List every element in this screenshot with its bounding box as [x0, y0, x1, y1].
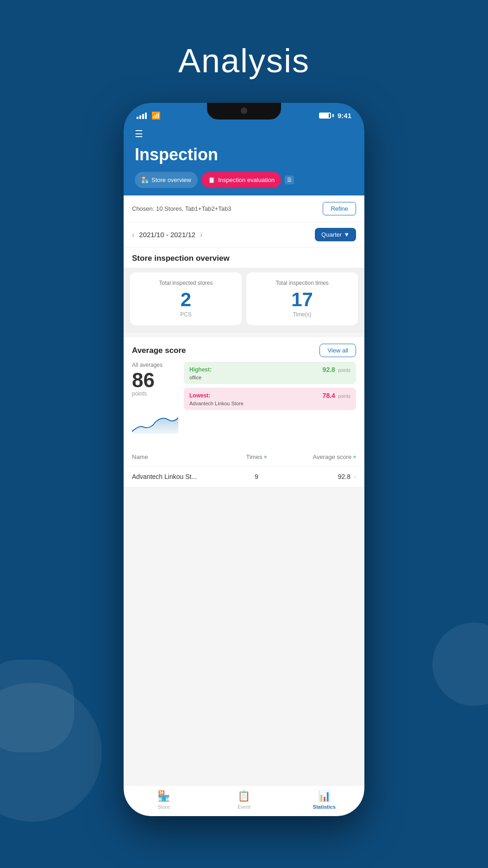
lowest-label: Lowest: — [189, 392, 210, 399]
col-header-name: Name — [132, 453, 231, 460]
nav-statistics-label: Statistics — [313, 804, 336, 810]
nav-store-label: Store — [158, 804, 170, 810]
tab-inspection-evaluation[interactable]: 📋 Inspection evaluation — [201, 172, 281, 188]
table-row[interactable]: Advantech Linkou St... 9 92.8 › — [124, 466, 364, 487]
row-store-name: Advantech Linkou St... — [132, 473, 231, 480]
stat-times-value: 17 — [291, 290, 313, 309]
phone-frame: 📶 9:41 ☰ Inspection 🏪 Store overv — [124, 103, 364, 816]
phone-notch — [207, 103, 281, 120]
row-score: 92.8 › — [282, 473, 356, 480]
signal-icon — [137, 113, 147, 119]
row-times: 9 — [231, 473, 282, 480]
refine-button[interactable]: Refine — [323, 202, 356, 215]
avg-left: All averages 86 points — [132, 362, 178, 436]
camera — [241, 107, 247, 114]
view-all-button[interactable]: View all — [319, 344, 356, 357]
stats-container: Total inspected stores 2 PCS Total inspe… — [124, 268, 364, 333]
highest-label: Highest: — [189, 366, 212, 373]
date-bar: ‹ 2021/10 - 2021/12 › Quarter ▼ — [124, 222, 364, 247]
lowest-store-name: Advantech Linkou Store — [189, 401, 350, 406]
lowest-score: 78.4 — [323, 392, 335, 399]
date-prev-arrow[interactable]: ‹ — [132, 231, 134, 239]
tab-inspection-evaluation-label: Inspection evaluation — [218, 176, 275, 183]
bottom-nav: 🏪 Store 📋 Event 📊 Statistics — [124, 785, 364, 816]
statistics-nav-icon: 📊 — [318, 790, 331, 802]
store-nav-icon: 🏪 — [157, 790, 170, 802]
event-nav-icon: 📋 — [238, 790, 250, 802]
content-area: Chosen: 10 Stores, Tab1+Tab2+Tab3 Refine… — [124, 195, 364, 785]
quarter-label: Quarter — [321, 231, 342, 238]
date-next-arrow[interactable]: › — [200, 231, 202, 239]
highest-points-label: points — [338, 368, 350, 373]
list-icon: ☰ — [287, 177, 292, 183]
scores-table: Name Times ≡ Average score ≡ Advantech L… — [124, 448, 364, 487]
bg-decoration-2 — [0, 660, 74, 752]
stat-card-stores: Total inspected stores 2 PCS — [130, 272, 242, 325]
date-nav: ‹ 2021/10 - 2021/12 › — [132, 231, 202, 239]
page-title: Analysis — [178, 42, 310, 80]
battery-icon — [319, 113, 334, 119]
avg-right: Highest: 92.8 points office Lowest: — [184, 362, 356, 410]
highest-score-badge: Highest: 92.8 points office — [184, 362, 356, 384]
avg-points-label: points — [132, 390, 147, 397]
col-header-times: Times ≡ — [231, 453, 282, 460]
sort-times-icon[interactable]: ≡ — [264, 454, 267, 459]
sort-score-icon[interactable]: ≡ — [353, 454, 356, 459]
lowest-points-label: points — [338, 394, 350, 399]
store-icon: 🏪 — [141, 176, 149, 183]
app-header: ☰ Inspection 🏪 Store overview 📋 Inspecti… — [124, 124, 364, 195]
nav-item-store[interactable]: 🏪 Store — [124, 786, 204, 816]
bg-decoration-3 — [432, 623, 488, 706]
stat-card-times: Total inspection times 17 Time(s) — [246, 272, 358, 325]
highest-store-name: office — [189, 375, 350, 380]
stat-stores-label: Total inspected stores — [159, 280, 213, 286]
avg-content: All averages 86 points — [124, 362, 364, 443]
app-title: Inspection — [135, 145, 353, 164]
average-score-section: Average score View all All averages 86 p… — [124, 337, 364, 487]
filter-bar: Chosen: 10 Stores, Tab1+Tab2+Tab3 Refine — [124, 195, 364, 222]
row-arrow-icon: › — [354, 473, 356, 480]
stat-stores-unit: PCS — [180, 311, 192, 318]
tab-bar: 🏪 Store overview 📋 Inspection evaluation… — [135, 172, 353, 195]
quarter-dropdown[interactable]: Quarter ▼ — [315, 228, 356, 241]
overview-section-title: Store inspection overview — [124, 247, 364, 268]
menu-icon[interactable]: ☰ — [135, 128, 353, 139]
status-time: 9:41 — [338, 112, 351, 120]
lowest-score-badge: Lowest: 78.4 points Advantech Linkou Sto… — [184, 388, 356, 410]
col-header-score: Average score ≡ — [282, 453, 356, 460]
avg-title: Average score — [132, 346, 186, 355]
nav-event-label: Event — [238, 804, 250, 810]
phone-screen: 📶 9:41 ☰ Inspection 🏪 Store overv — [124, 103, 364, 816]
tab-store-overview[interactable]: 🏪 Store overview — [135, 172, 198, 188]
stat-times-label: Total inspection times — [275, 280, 329, 286]
score-chart — [132, 406, 178, 436]
chevron-down-icon: ▼ — [344, 231, 350, 238]
clipboard-icon: 📋 — [208, 176, 215, 183]
stat-times-unit: Time(s) — [293, 311, 311, 318]
nav-item-event[interactable]: 📋 Event — [204, 786, 284, 816]
nav-item-statistics[interactable]: 📊 Statistics — [284, 786, 364, 816]
date-range-display: 2021/10 - 2021/12 — [139, 231, 195, 239]
table-header: Name Times ≡ Average score ≡ — [124, 448, 364, 466]
status-left: 📶 — [137, 111, 161, 120]
stat-stores-value: 2 — [181, 290, 191, 309]
filter-chosen-text: Chosen: 10 Stores, Tab1+Tab2+Tab3 — [132, 205, 231, 212]
tab-store-overview-label: Store overview — [151, 176, 191, 183]
avg-score-value: 86 — [132, 370, 155, 390]
avg-header: Average score View all — [124, 337, 364, 362]
highest-score: 92.8 — [323, 366, 335, 373]
wifi-icon: 📶 — [151, 111, 161, 120]
all-averages-label: All averages — [132, 362, 163, 368]
tab-list[interactable]: ☰ — [285, 176, 294, 184]
status-right: 9:41 — [319, 112, 351, 120]
